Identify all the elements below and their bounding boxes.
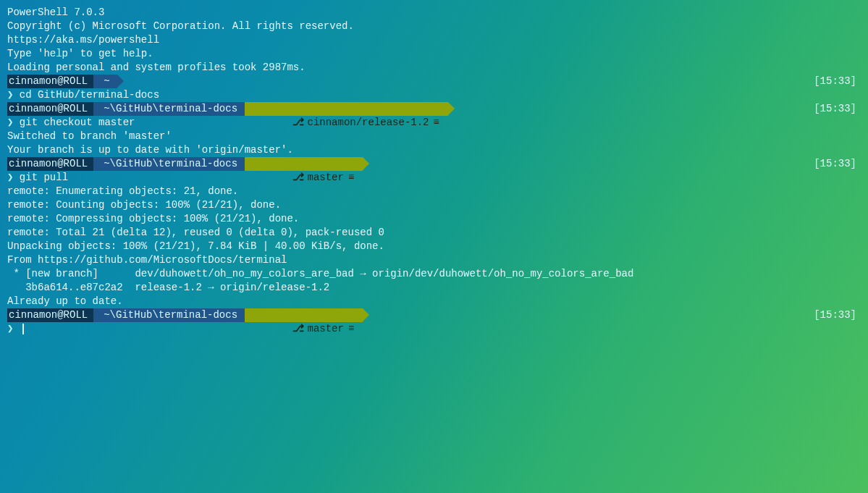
- output-line: remote: Compressing objects: 100% (21/21…: [7, 212, 861, 226]
- output-line: From https://github.com/MicrosoftDocs/te…: [7, 253, 861, 267]
- output-line: Your branch is up to date with 'origin/m…: [7, 143, 861, 157]
- git-status-icon: ≡: [348, 323, 354, 334]
- git-branch-segment: ⎇cinnamon/release-1.2≡: [245, 102, 448, 116]
- branch-icon: ⎇: [292, 323, 304, 334]
- output-line: remote: Counting objects: 100% (21/21), …: [7, 198, 861, 212]
- command-text: git pull: [20, 171, 68, 185]
- timestamp: [15:33]: [814, 157, 861, 171]
- prompt-icon: ❯: [7, 322, 13, 336]
- prompt-row-1: cinnamon@ROLL ~ [15:33]: [7, 75, 861, 88]
- branch-name: cinnamon/release-1.2: [307, 117, 429, 128]
- command-text: cd GitHub/terminal-docs: [20, 88, 159, 102]
- prompt-icon: ❯: [7, 116, 13, 130]
- copyright: Copyright (c) Microsoft Corporation. All…: [7, 20, 861, 33]
- timestamp: [15:33]: [814, 308, 861, 322]
- ps-link: https://aka.ms/powershell: [7, 33, 861, 47]
- output-line: Unpacking objects: 100% (21/21), 7.84 Ki…: [7, 240, 861, 253]
- profile-load: Loading personal and system profiles too…: [7, 61, 861, 75]
- prompt-row-2: cinnamon@ROLL ~\GitHub\terminal-docs ⎇ci…: [7, 102, 861, 116]
- branch-name: master: [307, 323, 343, 334]
- help-hint: Type 'help' to get help.: [7, 47, 861, 61]
- path-segment: ~\GitHub\terminal-docs: [93, 308, 245, 322]
- output-line: * [new branch] dev/duhowett/oh_no_my_col…: [7, 267, 861, 281]
- user-host-segment: cinnamon@ROLL: [7, 75, 93, 88]
- prompt-row-3: cinnamon@ROLL ~\GitHub\terminal-docs ⎇ma…: [7, 157, 861, 171]
- prompt-icon: ❯: [7, 88, 13, 102]
- output-line: remote: Total 21 (delta 12), reused 0 (d…: [7, 226, 861, 240]
- ps-version: PowerShell 7.0.3: [7, 6, 861, 20]
- user-host-segment: cinnamon@ROLL: [7, 157, 93, 171]
- timestamp: [15:33]: [814, 75, 861, 88]
- command-input[interactable]: ❯: [7, 322, 861, 336]
- cursor-icon: [22, 324, 24, 334]
- prompt-row-4: cinnamon@ROLL ~\GitHub\terminal-docs ⎇ma…: [7, 308, 861, 322]
- output-line: remote: Enumerating objects: 21, done.: [7, 185, 861, 198]
- user-host-segment: cinnamon@ROLL: [7, 308, 93, 322]
- git-branch-segment: ⎇master≡: [245, 157, 363, 171]
- output-line: Already up to date.: [7, 295, 861, 308]
- command-3[interactable]: ❯ git pull: [7, 171, 861, 185]
- path-segment: ~: [93, 75, 117, 88]
- path-segment: ~\GitHub\terminal-docs: [93, 102, 245, 116]
- branch-name: master: [307, 172, 343, 183]
- path-segment: ~\GitHub\terminal-docs: [93, 157, 245, 171]
- user-host-segment: cinnamon@ROLL: [7, 102, 93, 116]
- command-text: git checkout master: [20, 116, 135, 130]
- branch-icon: ⎇: [292, 172, 304, 183]
- output-line: 3b6a614..e87c2a2 release-1.2 → origin/re…: [7, 281, 861, 295]
- branch-icon: ⎇: [292, 117, 304, 128]
- git-branch-segment: ⎇master≡: [245, 308, 363, 322]
- timestamp: [15:33]: [814, 102, 861, 116]
- git-status-icon: ≡: [434, 117, 439, 128]
- prompt-icon: ❯: [7, 171, 13, 185]
- command-1[interactable]: ❯ cd GitHub/terminal-docs: [7, 88, 861, 102]
- output-line: Switched to branch 'master': [7, 130, 861, 143]
- git-status-icon: ≡: [348, 172, 354, 183]
